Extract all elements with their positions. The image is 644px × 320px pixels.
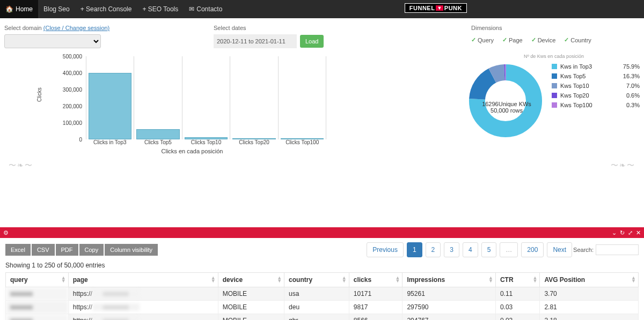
dimensions-label: Dimensions: [471, 25, 643, 31]
table-toolbar: ExcelCSVPDFCopyColumn visibility Previou…: [0, 238, 644, 262]
column-visibility-button[interactable]: Column visibility: [105, 244, 158, 256]
pager-page[interactable]: 5: [481, 242, 497, 257]
nav-item--seo-tools[interactable]: + SEO Tools: [137, 0, 184, 18]
expand-icon[interactable]: ⤢: [628, 229, 633, 236]
filter-row: Select domain (Close / Change session) S…: [0, 18, 644, 51]
table-row[interactable]: xxxxxxxhttps://xxxxxxxxMOBILEusa10171952…: [6, 287, 639, 301]
flourish-icon: 〜❧〜: [611, 161, 635, 170]
col-clicks[interactable]: clicks▲▼: [349, 273, 402, 287]
legend-item[interactable]: Kws in Top375.9%: [552, 63, 640, 70]
legend-swatch: [552, 64, 557, 69]
legend-swatch: [552, 73, 557, 79]
check-icon: ✓: [471, 36, 476, 43]
charts-row: Clicks 0100,000200,000300,000400,000500,…: [0, 51, 644, 161]
bar[interactable]: [136, 129, 179, 139]
sort-icon: ▲▼: [532, 276, 537, 282]
copy-button[interactable]: Copy: [79, 244, 104, 256]
bar-xlabel: Clicks en cada posición: [58, 148, 326, 154]
pager-next[interactable]: Next: [547, 242, 572, 257]
domain-label: Select domain (Close / Change session): [4, 25, 203, 31]
legend-item[interactable]: Kws Top200.6%: [552, 92, 640, 99]
sort-icon: ▲▼: [277, 276, 282, 282]
search-input[interactable]: [596, 244, 639, 255]
gear-icon[interactable]: ⚙: [3, 229, 9, 236]
dimension-device[interactable]: ✓Device: [531, 36, 556, 43]
dimension-country[interactable]: ✓Country: [564, 36, 591, 43]
donut-title: Nº de Kws en cada posición: [468, 54, 640, 59]
chevron-down-icon[interactable]: ⌄: [612, 229, 617, 236]
col-country[interactable]: country▲▼: [284, 273, 349, 287]
xtick: Clicks Top20: [230, 139, 279, 145]
bar-slot: [86, 56, 134, 139]
donut-center: 16296Unique KWs 50,000 rows: [480, 101, 533, 114]
pager-previous[interactable]: Previous: [367, 242, 404, 257]
bar-slot: [182, 56, 230, 139]
divider-row: 〜❧〜 〜❧〜: [0, 161, 644, 174]
pager-page[interactable]: 1: [407, 242, 422, 257]
widget-header: ⚙ ⌄ ↻ ⤢ ✕: [0, 227, 644, 238]
dimension-query[interactable]: ✓Query: [471, 36, 494, 43]
dimension-page[interactable]: ✓Page: [502, 36, 523, 43]
nav-item-contacto[interactable]: ✉Contacto: [184, 0, 228, 18]
col-ctr[interactable]: CTR▲▼: [495, 273, 539, 287]
xtick: Clicks Top5: [134, 139, 182, 145]
ytick: 400,000: [58, 70, 82, 76]
flourish-icon: 〜❧〜: [9, 161, 33, 170]
ytick: 200,000: [58, 103, 82, 109]
table-row[interactable]: xxxxxxxhttps://xxxxxxxxMOBILEdeu98172975…: [6, 301, 639, 314]
ytick: 300,000: [58, 87, 82, 93]
search-label: Search:: [573, 247, 594, 253]
legend-swatch: [552, 102, 557, 108]
pager-page[interactable]: 4: [463, 242, 478, 257]
col-page[interactable]: page▲▼: [68, 273, 218, 287]
pager-page[interactable]: 2: [426, 242, 441, 257]
col-impressions[interactable]: Impressions▲▼: [402, 273, 496, 287]
col-query[interactable]: query▲▼: [6, 273, 69, 287]
xtick: Clicks in Top3: [86, 139, 134, 145]
load-button[interactable]: Load: [300, 35, 324, 48]
xtick: Clicks Top10: [182, 139, 230, 145]
ytick: 100,000: [58, 120, 82, 126]
xtick: Clicks Top100: [278, 139, 326, 145]
col-avg-position[interactable]: AVG Position▲▼: [540, 273, 639, 287]
dates-label: Select dates: [214, 25, 460, 31]
sort-icon: ▲▼: [488, 276, 493, 282]
nav-icon: 🏠: [5, 5, 13, 13]
check-icon: ✓: [564, 36, 569, 43]
legend-item[interactable]: Kws Top1000.3%: [552, 102, 640, 108]
legend-item[interactable]: Kws Top516.3%: [552, 73, 640, 79]
sort-icon: ▲▼: [211, 276, 216, 282]
pager-page[interactable]: 3: [444, 242, 459, 257]
domain-select[interactable]: [4, 34, 101, 48]
bar[interactable]: [89, 73, 131, 139]
date-range-input[interactable]: [214, 34, 297, 48]
topbar: 🏠HomeBlog Seo+ Search Console+ SEO Tools…: [0, 0, 644, 18]
sort-icon: ▲▼: [396, 276, 400, 282]
nav-icon: ✉: [189, 5, 194, 13]
brand-badge: FUNNEL▼PUNK: [405, 3, 467, 13]
legend-swatch: [552, 93, 557, 98]
pager-page[interactable]: 200: [521, 242, 544, 257]
bar-slot: [230, 56, 278, 139]
csv-button[interactable]: CSV: [32, 244, 55, 256]
entries-info: Showing 1 to 250 of 50,000 entries: [0, 262, 644, 272]
pager-page[interactable]: …: [500, 242, 518, 257]
table-row[interactable]: xxxxxxxhttps://xxxxxxxxMOBILEgbr85662947…: [6, 314, 639, 321]
close-icon[interactable]: ✕: [636, 229, 641, 236]
nav-item-home[interactable]: 🏠Home: [0, 0, 38, 18]
ytick: 500,000: [58, 54, 82, 59]
check-icon: ✓: [502, 36, 507, 43]
col-device[interactable]: device▲▼: [218, 273, 284, 287]
data-table: query▲▼page▲▼device▲▼country▲▼clicks▲▼Im…: [5, 272, 639, 320]
pdf-button[interactable]: PDF: [56, 244, 78, 256]
nav-item--search-console[interactable]: + Search Console: [75, 0, 137, 18]
legend-swatch: [552, 83, 557, 88]
close-session-link[interactable]: (Close / Change session): [43, 25, 110, 31]
nav-item-blog-seo[interactable]: Blog Seo: [38, 0, 75, 18]
refresh-icon[interactable]: ↻: [620, 229, 625, 236]
bar-slot: [134, 56, 182, 139]
legend-item[interactable]: Kws Top107.0%: [552, 83, 640, 89]
ytick: 0: [58, 137, 82, 143]
bar-slot: [279, 56, 326, 139]
excel-button[interactable]: Excel: [5, 244, 31, 256]
